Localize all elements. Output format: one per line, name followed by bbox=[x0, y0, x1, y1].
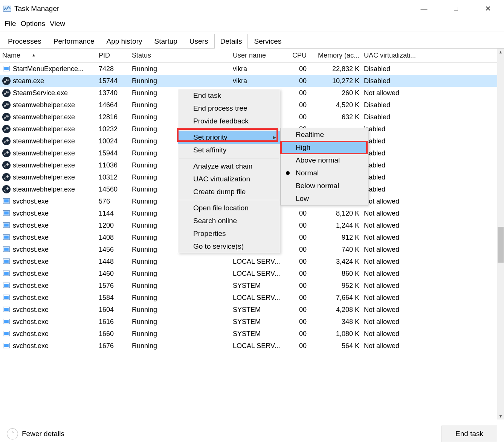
svg-point-50 bbox=[7, 188, 8, 189]
status-cell: Running bbox=[130, 292, 231, 303]
ctx-item-search-online[interactable]: Search online bbox=[178, 214, 280, 227]
ctx-item-create-dump-file[interactable]: Create dump file bbox=[178, 185, 280, 198]
table-row[interactable]: svchost.exe1584RunningLOCAL SERV...007,6… bbox=[0, 292, 504, 304]
memory-cell: 260 K bbox=[309, 88, 362, 99]
svg-point-13 bbox=[4, 102, 9, 108]
steam-icon bbox=[2, 161, 11, 169]
maximize-button[interactable]: □ bbox=[440, 0, 472, 17]
tab-processes[interactable]: Processes bbox=[2, 34, 47, 49]
pid-cell: 1408 bbox=[96, 232, 130, 243]
table-row[interactable]: svchost.exe1660RunningSYSTEM001,080 KNot… bbox=[0, 328, 504, 340]
cpu-cell: 00 bbox=[284, 280, 309, 291]
table-row[interactable]: svchost.exe1604RunningSYSTEM004,208 KNot… bbox=[0, 304, 504, 316]
uac-cell: Not allowed bbox=[362, 256, 497, 267]
menu-options[interactable]: Options bbox=[19, 19, 47, 29]
status-cell: Running bbox=[130, 256, 231, 267]
fewer-details-toggle[interactable]: ˄ Fewer details bbox=[7, 428, 64, 439]
user-cell: LOCAL SERV... bbox=[231, 341, 284, 351]
ctx-item-set-affinity[interactable]: Set affinity bbox=[178, 144, 280, 157]
process-name: steamwebhelper.exe bbox=[13, 137, 75, 145]
svg-point-5 bbox=[7, 80, 8, 81]
uac-cell: Not allowed bbox=[362, 232, 497, 243]
tab-details[interactable]: Details bbox=[214, 34, 247, 49]
menu-file[interactable]: File bbox=[3, 19, 18, 29]
steam-icon bbox=[2, 125, 11, 133]
priority-low[interactable]: Low bbox=[281, 192, 368, 205]
priority-above-normal[interactable]: Above normal bbox=[281, 154, 368, 167]
table-row[interactable]: steam.exe15744Runningvikra0010,272 KDisa… bbox=[0, 75, 504, 87]
status-cell: Running bbox=[130, 341, 231, 351]
user-cell: vikra bbox=[231, 76, 284, 87]
ctx-item-properties[interactable]: Properties bbox=[178, 227, 280, 240]
end-task-button[interactable]: End task bbox=[441, 426, 497, 442]
process-name: steam.exe bbox=[13, 77, 44, 85]
steam-icon bbox=[2, 185, 11, 193]
table-row[interactable]: svchost.exe1676RunningLOCAL SERV...00564… bbox=[0, 340, 504, 352]
table-row[interactable]: StartMenuExperience...7428Runningvikra00… bbox=[0, 63, 504, 75]
svg-point-25 bbox=[7, 128, 8, 129]
ctx-item-end-task[interactable]: End task bbox=[178, 89, 280, 102]
col-user[interactable]: User name bbox=[231, 50, 284, 61]
pid-cell: 1616 bbox=[96, 316, 130, 327]
col-status[interactable]: Status bbox=[130, 50, 231, 61]
pid-cell: 1144 bbox=[96, 208, 130, 219]
priority-below-normal[interactable]: Below normal bbox=[281, 179, 368, 192]
ctx-item-go-to-service-s-[interactable]: Go to service(s) bbox=[178, 240, 280, 253]
process-name: svchost.exe bbox=[13, 234, 49, 242]
tab-app-history[interactable]: App history bbox=[101, 34, 148, 49]
svg-rect-76 bbox=[4, 332, 9, 335]
user-cell: LOCAL SERV... bbox=[231, 292, 284, 303]
col-uac[interactable]: UAC virtualizati... bbox=[362, 50, 497, 61]
table-row[interactable]: svchost.exe1460RunningLOCAL SERV...00860… bbox=[0, 268, 504, 280]
col-cpu[interactable]: CPU bbox=[284, 50, 309, 61]
footer: ˄ Fewer details End task bbox=[0, 420, 504, 447]
svg-rect-58 bbox=[4, 224, 9, 227]
col-memory[interactable]: Memory (ac... bbox=[309, 50, 362, 61]
vertical-scrollbar[interactable]: ▲ ▼ bbox=[497, 49, 504, 420]
table-row[interactable]: svchost.exe1576RunningSYSTEM00952 KNot a… bbox=[0, 280, 504, 292]
priority-high[interactable]: High bbox=[281, 141, 368, 154]
tab-users[interactable]: Users bbox=[184, 34, 214, 49]
scroll-up-icon[interactable]: ▲ bbox=[497, 49, 504, 55]
ctx-item-uac-virtualization[interactable]: UAC virtualization bbox=[178, 173, 280, 185]
menu-view[interactable]: View bbox=[48, 19, 67, 29]
ctx-item-set-priority[interactable]: Set priority▶ bbox=[178, 131, 280, 144]
process-name: steamwebhelper.exe bbox=[13, 161, 75, 169]
tab-services[interactable]: Services bbox=[249, 34, 287, 49]
tab-performance[interactable]: Performance bbox=[48, 34, 100, 49]
memory-cell: 4,520 K bbox=[309, 100, 362, 111]
user-cell: LOCAL SERV... bbox=[231, 256, 284, 267]
scroll-thumb[interactable] bbox=[498, 227, 504, 263]
table-row[interactable]: svchost.exe1448RunningLOCAL SERV...003,4… bbox=[0, 255, 504, 268]
minimize-button[interactable]: — bbox=[408, 0, 440, 17]
cpu-cell: 00 bbox=[284, 268, 309, 279]
process-icon bbox=[2, 281, 11, 290]
ctx-item-open-file-location[interactable]: Open file location bbox=[178, 202, 280, 214]
table-row[interactable]: svchost.exe1616RunningSYSTEM00348 KNot a… bbox=[0, 316, 504, 328]
priority-realtime[interactable]: Realtime bbox=[281, 128, 368, 141]
status-cell: Running bbox=[130, 64, 231, 74]
ctx-item-provide-feedback[interactable]: Provide feedback bbox=[178, 115, 280, 128]
status-cell: Running bbox=[130, 316, 231, 327]
memory-cell: 1,080 K bbox=[309, 328, 362, 339]
pid-cell: 576 bbox=[96, 196, 130, 207]
process-name: StartMenuExperience... bbox=[13, 65, 84, 73]
uac-cell: Not allowed bbox=[362, 208, 497, 219]
tab-startup[interactable]: Startup bbox=[149, 34, 183, 49]
col-pid[interactable]: PID bbox=[96, 50, 130, 61]
ctx-item-end-process-tree[interactable]: End process tree bbox=[178, 102, 280, 115]
status-cell: Running bbox=[130, 280, 231, 291]
menubar: File Options View bbox=[0, 17, 504, 32]
scroll-down-icon[interactable]: ▼ bbox=[497, 413, 504, 420]
close-button[interactable]: ✕ bbox=[472, 0, 504, 17]
priority-normal[interactable]: Normal bbox=[281, 167, 368, 179]
pid-cell: 15744 bbox=[96, 76, 130, 87]
cpu-cell: 00 bbox=[284, 256, 309, 267]
col-name[interactable]: Name ▲ bbox=[0, 50, 96, 61]
ctx-item-analyze-wait-chain[interactable]: Analyze wait chain bbox=[178, 160, 280, 173]
uac-cell: Not allowed bbox=[362, 328, 497, 339]
uac-cell: Not allowed bbox=[362, 280, 497, 291]
process-name: SteamService.exe bbox=[13, 89, 68, 97]
cpu-cell: 00 bbox=[284, 88, 309, 99]
svg-rect-70 bbox=[4, 296, 9, 299]
